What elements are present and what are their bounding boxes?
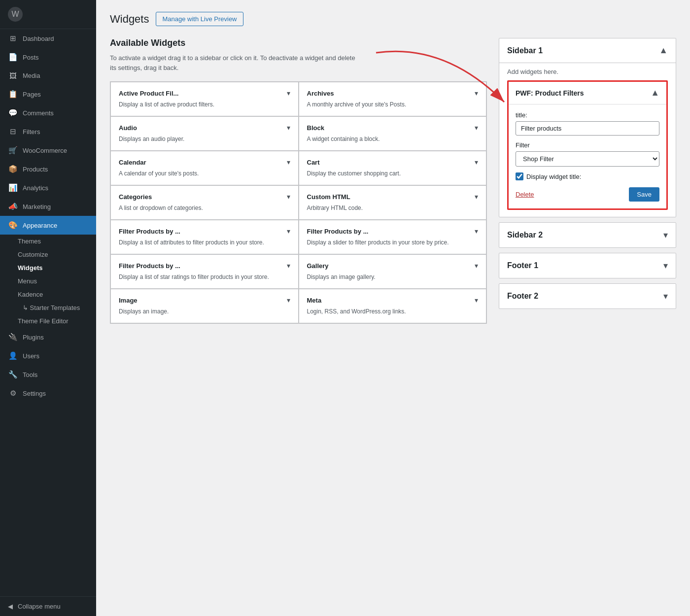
settings-icon: ⚙ — [8, 389, 18, 398]
widget-card[interactable]: Gallery ▾ Displays an image gallery. — [299, 255, 486, 288]
sidebar-item-comments[interactable]: 💬 Comments — [0, 103, 96, 122]
sidebar-item-settings[interactable]: ⚙ Settings — [0, 384, 96, 403]
widget-expand-icon[interactable]: ▾ — [475, 227, 478, 235]
widget-card[interactable]: Filter Products by ... ▾ Display a slide… — [299, 220, 486, 254]
widget-expand-icon[interactable]: ▾ — [287, 89, 290, 97]
widget-expand-icon[interactable]: ▾ — [475, 193, 478, 201]
plugins-icon: 🔌 — [8, 333, 18, 342]
footer2-title: Footer 2 — [507, 292, 538, 301]
sidebar-sub-starter-templates[interactable]: ↳ Starter Templates — [0, 301, 96, 314]
sidebar-item-users[interactable]: 👤 Users — [0, 346, 96, 365]
sidebar1-section: Sidebar 1 ▲ Add widgets here. PWF: Produ… — [499, 38, 676, 217]
widget-title: Archives — [307, 90, 334, 97]
widget-card[interactable]: Calendar ▾ A calendar of your site's pos… — [111, 151, 298, 185]
sidebar-item-label: Dashboard — [23, 35, 54, 42]
widget-grid: Active Product Fil... ▾ Display a list o… — [110, 81, 487, 324]
sidebar1-header[interactable]: Sidebar 1 ▲ — [499, 38, 676, 63]
sidebar2-header[interactable]: Sidebar 2 ▾ — [499, 223, 676, 247]
widget-expand-icon[interactable]: ▾ — [287, 124, 290, 132]
widget-expand-icon[interactable]: ▾ — [287, 227, 290, 235]
sidebar-item-filters[interactable]: ⊟ Filters — [0, 122, 96, 141]
widget-card[interactable]: Archives ▾ A monthly archive of your sit… — [299, 82, 486, 116]
widget-card[interactable]: Filter Products by ... ▾ Display a list … — [111, 255, 298, 288]
widget-title: Filter Products by ... — [307, 228, 369, 235]
widget-card[interactable]: Categories ▾ A list or dropdown of categ… — [111, 186, 298, 219]
footer1-collapse-icon[interactable]: ▾ — [663, 260, 668, 271]
sidebar-item-label: Products — [23, 166, 48, 173]
widget-card[interactable]: Block ▾ A widget containing a block. — [299, 117, 486, 150]
tools-icon: 🔧 — [8, 370, 18, 379]
sidebar-item-woocommerce[interactable]: 🛒 WooCommerce — [0, 141, 96, 160]
sidebar1-collapse-icon[interactable]: ▲ — [659, 45, 668, 56]
sidebar-item-media[interactable]: 🖼 Media — [0, 67, 96, 85]
footer2-header[interactable]: Footer 2 ▾ — [499, 284, 676, 308]
pwf-widget-header[interactable]: PWF: Product Filters ▲ — [509, 82, 666, 104]
widget-card[interactable]: Custom HTML ▾ Arbitrary HTML code. — [299, 186, 486, 219]
title-input[interactable] — [516, 121, 659, 136]
widget-title: Categories — [119, 193, 152, 201]
pwf-widget-title: PWF: Product Filters — [516, 89, 584, 97]
sidebar-sub-customize[interactable]: Customize — [0, 248, 96, 261]
manage-live-preview-button[interactable]: Manage with Live Preview — [156, 12, 243, 26]
footer1-header[interactable]: Footer 1 ▾ — [499, 253, 676, 278]
footer1-title: Footer 1 — [507, 261, 538, 270]
sidebar-item-pages[interactable]: 📋 Pages — [0, 85, 96, 103]
widget-desc: Login, RSS, and WordPress.org links. — [307, 307, 479, 316]
sidebar-item-label: Plugins — [23, 334, 44, 341]
sidebar-item-analytics[interactable]: 📊 Analytics — [0, 178, 96, 197]
sidebar-item-products[interactable]: 📦 Products — [0, 160, 96, 178]
collapse-menu-button[interactable]: ◀ Collapse menu — [0, 596, 96, 616]
title-label: title: — [516, 111, 659, 119]
pwf-widget-collapse-icon[interactable]: ▲ — [651, 88, 659, 98]
widget-card[interactable]: Audio ▾ Displays an audio player. — [111, 117, 298, 150]
available-widgets-section: Available Widgets To activate a widget d… — [110, 38, 487, 324]
sidebar-sub-menus[interactable]: Menus — [0, 274, 96, 288]
delete-link[interactable]: Delete — [516, 191, 534, 198]
sidebar-item-dashboard[interactable]: ⊞ Dashboard — [0, 29, 96, 48]
widget-card[interactable]: Cart ▾ Display the customer shopping car… — [299, 151, 486, 185]
display-widget-title-row: Display widget title: — [516, 172, 659, 180]
sidebar1-body: Add widgets here. PWF: Product Filters ▲… — [499, 63, 676, 217]
widget-desc: Displays an audio player. — [119, 135, 290, 143]
sidebar-item-label: Tools — [23, 371, 37, 378]
widget-desc: Display a list of active product filters… — [119, 100, 290, 109]
widget-card[interactable]: Filter Products by ... ▾ Display a list … — [111, 220, 298, 254]
footer2-collapse-icon[interactable]: ▾ — [663, 291, 668, 302]
save-button[interactable]: Save — [629, 187, 659, 202]
dashboard-icon: ⊞ — [8, 34, 18, 43]
widget-expand-icon[interactable]: ▾ — [475, 158, 478, 166]
sidebar-item-appearance[interactable]: 🎨 Appearance — [0, 216, 96, 235]
appearance-icon: 🎨 — [8, 221, 18, 230]
sidebar2-collapse-icon[interactable]: ▾ — [663, 230, 668, 240]
widget-expand-icon[interactable]: ▾ — [287, 262, 290, 270]
sidebar-sub-themes[interactable]: Themes — [0, 235, 96, 248]
widget-expand-icon[interactable]: ▾ — [287, 193, 290, 201]
widget-expand-icon[interactable]: ▾ — [475, 89, 478, 97]
widget-expand-icon[interactable]: ▾ — [475, 296, 478, 304]
widget-desc: A calendar of your site's posts. — [119, 169, 290, 178]
sidebar-sub-widgets[interactable]: Widgets — [0, 261, 96, 274]
widget-desc: Display a list of attributes to filter p… — [119, 238, 290, 247]
display-widget-title-checkbox[interactable] — [516, 172, 523, 180]
pwf-widget: PWF: Product Filters ▲ title: Filter Sho… — [507, 80, 668, 210]
widget-title: Custom HTML — [307, 193, 350, 201]
widget-card[interactable]: Active Product Fil... ▾ Display a list o… — [111, 82, 298, 116]
widget-expand-icon[interactable]: ▾ — [475, 124, 478, 132]
filter-select[interactable]: Shop Filter Filter 2 Filter 3 — [516, 151, 659, 167]
sidebar-item-tools[interactable]: 🔧 Tools — [0, 365, 96, 384]
widget-expand-icon[interactable]: ▾ — [287, 158, 290, 166]
sidebar-item-posts[interactable]: 📄 Posts — [0, 48, 96, 67]
sidebar-sub-kadence[interactable]: Kadence — [0, 288, 96, 301]
media-icon: 🖼 — [8, 71, 18, 80]
sidebar-item-label: Pages — [23, 91, 41, 98]
widget-desc: Displays an image gallery. — [307, 273, 479, 281]
widget-desc: Displays an image. — [119, 307, 290, 316]
widget-expand-icon[interactable]: ▾ — [287, 296, 290, 304]
widget-card[interactable]: Meta ▾ Login, RSS, and WordPress.org lin… — [299, 289, 486, 323]
sidebar-sub-theme-file-editor[interactable]: Theme File Editor — [0, 314, 96, 328]
sidebar-item-marketing[interactable]: 📣 Marketing — [0, 197, 96, 216]
widget-desc: Display the customer shopping cart. — [307, 169, 479, 178]
widget-card[interactable]: Image ▾ Displays an image. — [111, 289, 298, 323]
widget-expand-icon[interactable]: ▾ — [475, 262, 478, 270]
sidebar-item-plugins[interactable]: 🔌 Plugins — [0, 328, 96, 346]
